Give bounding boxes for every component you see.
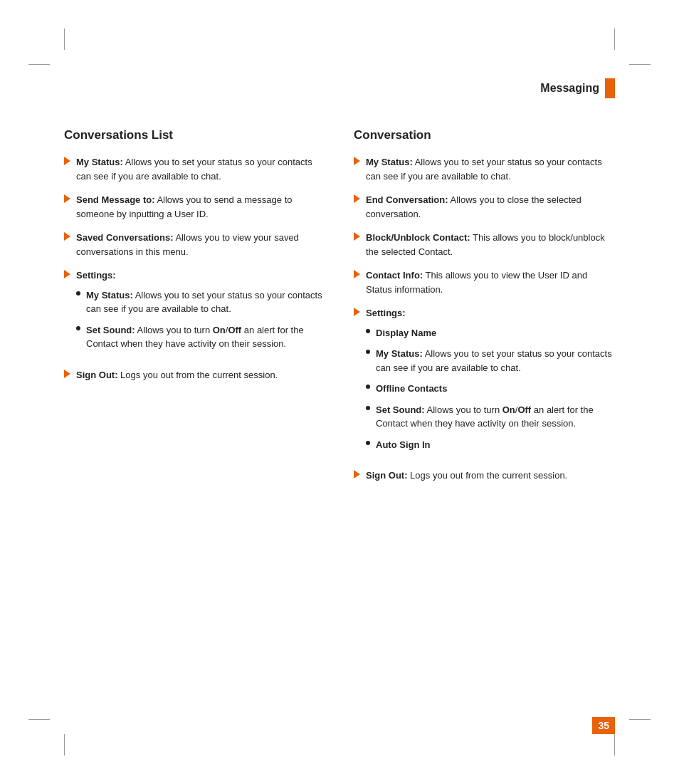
list-item-saved-conversations: Saved Conversations: Allows you to view …	[64, 231, 325, 258]
list-item-send-message: Send Message to: Allows you to send a me…	[64, 193, 325, 221]
item-bold-block-unblock: Block/Unblock Contact:	[366, 232, 470, 243]
item-bold-sign-out-left: Sign Out:	[76, 370, 118, 380]
item-bold-my-status-left: My Status:	[76, 157, 123, 167]
corner-mark-bottom-right-v	[614, 734, 615, 756]
arrow-icon-sign-out-right	[354, 470, 360, 479]
sub-bold-display-name: Display Name	[376, 328, 436, 338]
item-content-settings-right: Settings: Display Name My Status: Allows…	[366, 306, 615, 459]
sub-bold-auto-sign-in: Auto Sign In	[376, 439, 431, 450]
list-item-block-unblock: Block/Unblock Contact: This allows you t…	[354, 231, 615, 258]
list-item-end-conversation: End Conversation: Allows you to close th…	[354, 193, 615, 221]
bullet-auto-sign-in	[366, 441, 370, 445]
sub-content-my-status-right: My Status: Allows you to set your status…	[376, 347, 615, 375]
page-header: Messaging	[540, 78, 615, 98]
bullet-my-status-right	[366, 350, 370, 354]
bold-off-right: Off	[517, 404, 531, 415]
bullet-set-sound-right	[366, 406, 370, 410]
sub-item-my-status-left: My Status: Allows you to set your status…	[76, 288, 325, 316]
conversations-list-title: Conversations List	[64, 128, 325, 142]
item-bold-my-status-right: My Status:	[366, 157, 413, 167]
item-content-send-message: Send Message to: Allows you to send a me…	[76, 193, 325, 221]
list-item-sign-out-right: Sign Out: Logs you out from the current …	[354, 469, 615, 483]
arrow-icon-sign-out-left	[64, 370, 70, 378]
bold-on-left: On	[213, 325, 226, 335]
sub-bold-set-sound-left: Set Sound:	[86, 325, 135, 335]
list-item-settings-left: Settings: My Status: Allows you to set y…	[64, 268, 325, 358]
item-bold-saved-conversations: Saved Conversations:	[76, 232, 174, 243]
page-number-container: 35	[592, 717, 615, 734]
bullet-display-name	[366, 329, 370, 333]
arrow-icon-send-message	[64, 194, 70, 203]
sub-content-display-name: Display Name	[376, 326, 615, 340]
bullet-set-sound-left	[76, 326, 80, 330]
item-bold-end-conversation: End Conversation:	[366, 194, 448, 205]
list-item-contact-info: Contact Info: This allows you to view th…	[354, 268, 615, 296]
page-number: 35	[592, 717, 615, 734]
item-content-block-unblock: Block/Unblock Contact: This allows you t…	[366, 231, 615, 258]
bold-off-left: Off	[228, 325, 241, 335]
sub-item-display-name: Display Name	[366, 326, 615, 340]
sub-bold-my-status-left: My Status:	[86, 290, 133, 300]
list-item-settings-right: Settings: Display Name My Status: Allows…	[354, 306, 615, 459]
sub-bold-offline-contacts: Offline Contacts	[376, 383, 447, 394]
item-bold-settings-left: Settings:	[76, 270, 116, 281]
arrow-icon-saved-conversations	[64, 232, 70, 241]
list-item-sign-out-left: Sign Out: Logs you out from the current …	[64, 368, 325, 382]
corner-mark-top-left-h	[28, 64, 50, 65]
sub-bold-set-sound-right: Set Sound:	[376, 404, 425, 415]
sub-content-my-status-left: My Status: Allows you to set your status…	[86, 288, 325, 316]
item-content-saved-conversations: Saved Conversations: Allows you to view …	[76, 231, 325, 258]
left-column: Conversations List My Status: Allows you…	[64, 128, 325, 493]
sub-item-offline-contacts: Offline Contacts	[366, 382, 615, 396]
corner-mark-bottom-right-h	[629, 719, 651, 720]
item-content-my-status-right: My Status: Allows you to set your status…	[366, 155, 615, 183]
corner-mark-top-right-h	[629, 64, 651, 65]
arrow-icon-my-status-left	[64, 157, 70, 165]
item-content-sign-out-left: Sign Out: Logs you out from the current …	[76, 368, 325, 382]
sub-content-set-sound-right: Set Sound: Allows you to turn On/Off an …	[376, 403, 615, 431]
sub-item-my-status-right: My Status: Allows you to set your status…	[366, 347, 615, 375]
sub-content-set-sound-left: Set Sound: Allows you to turn On/Off an …	[86, 323, 325, 351]
item-content-sign-out-right: Sign Out: Logs you out from the current …	[366, 469, 615, 483]
corner-mark-bottom-left-h	[28, 719, 50, 720]
item-content-contact-info: Contact Info: This allows you to view th…	[366, 268, 615, 296]
header-accent-bar	[605, 78, 615, 98]
sub-item-set-sound-left: Set Sound: Allows you to turn On/Off an …	[76, 323, 325, 351]
bullet-my-status-left	[76, 291, 80, 296]
item-bold-sign-out-right: Sign Out:	[366, 470, 408, 481]
sub-item-auto-sign-in: Auto Sign In	[366, 438, 615, 452]
page-header-title: Messaging	[540, 82, 599, 95]
item-content-my-status-left: My Status: Allows you to set your status…	[76, 155, 325, 183]
arrow-icon-contact-info	[354, 270, 360, 278]
settings-right-sub-list: Display Name My Status: Allows you to se…	[366, 326, 615, 452]
right-column: Conversation My Status: Allows you to se…	[354, 128, 615, 493]
bold-on-right: On	[502, 404, 515, 415]
sub-bold-my-status-right: My Status:	[376, 348, 423, 359]
conversation-title: Conversation	[354, 128, 615, 142]
item-content-settings-left: Settings: My Status: Allows you to set y…	[76, 268, 325, 358]
item-bold-send-message: Send Message to:	[76, 194, 155, 205]
corner-mark-top-left-v	[64, 28, 65, 50]
item-content-end-conversation: End Conversation: Allows you to close th…	[366, 193, 615, 221]
corner-mark-top-right-v	[614, 28, 615, 50]
list-item-my-status-left: My Status: Allows you to set your status…	[64, 155, 325, 183]
bullet-offline-contacts	[366, 385, 370, 389]
arrow-icon-end-conversation	[354, 194, 360, 203]
corner-mark-bottom-left-v	[64, 734, 65, 756]
arrow-icon-settings-right	[354, 308, 360, 316]
arrow-icon-settings-left	[64, 270, 70, 278]
sub-item-set-sound-right: Set Sound: Allows you to turn On/Off an …	[366, 403, 615, 431]
list-item-my-status-right: My Status: Allows you to set your status…	[354, 155, 615, 183]
arrow-icon-my-status-right	[354, 157, 360, 165]
item-bold-settings-right: Settings:	[366, 308, 406, 318]
arrow-icon-block-unblock	[354, 232, 360, 241]
item-bold-contact-info: Contact Info:	[366, 270, 423, 281]
settings-left-sub-list: My Status: Allows you to set your status…	[76, 288, 325, 351]
sub-content-auto-sign-in: Auto Sign In	[376, 438, 615, 452]
main-content: Conversations List My Status: Allows you…	[64, 128, 615, 493]
sub-content-offline-contacts: Offline Contacts	[376, 382, 615, 396]
